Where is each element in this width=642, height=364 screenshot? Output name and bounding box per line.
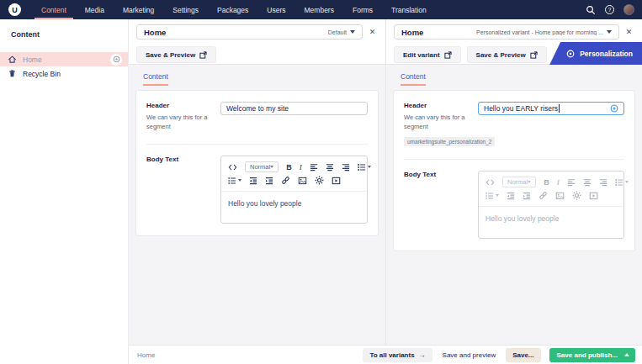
sidebar-item-home[interactable]: Home	[0, 52, 128, 66]
personalization-icon	[566, 50, 575, 58]
left-save-preview-button[interactable]: Save & Preview	[136, 46, 216, 63]
indent-icon[interactable]	[265, 177, 273, 185]
left-panel-body: Content Header We can vary this for a se…	[129, 65, 385, 345]
left-page-title: Home	[144, 28, 166, 37]
personalization-ribbon-label: Personalization	[580, 50, 633, 58]
avatar[interactable]	[623, 4, 634, 15]
format-select[interactable]: Normal	[245, 161, 279, 172]
indent-icon[interactable]	[523, 192, 531, 200]
chevron-down-icon	[607, 30, 612, 34]
left-title-bar[interactable]: Home Default	[136, 24, 363, 40]
italic-icon[interactable]: I	[557, 178, 560, 187]
right-panel-body: Content Header We can vary this for a se…	[386, 65, 642, 345]
save-and-publish-button[interactable]: Save and publish...	[549, 348, 635, 362]
left-rich-text-editor[interactable]: Normal B I	[220, 156, 368, 224]
sidebar-item-label: Home	[23, 55, 42, 64]
nav-item-members[interactable]: Members	[295, 0, 343, 19]
media-embed-icon[interactable]	[332, 177, 341, 185]
bold-icon[interactable]: B	[286, 163, 292, 171]
source-code-icon[interactable]	[228, 163, 237, 171]
italic-icon[interactable]: I	[300, 163, 302, 171]
align-left-icon[interactable]	[310, 163, 318, 171]
personalized-variant-panel: Home Personalized variant - Home page fo…	[386, 19, 642, 345]
right-header-input[interactable]: Hello you EARLY risers	[478, 102, 624, 115]
home-icon	[8, 55, 17, 64]
bullet-list-icon[interactable]	[615, 178, 629, 187]
nav-item-media[interactable]: Media	[76, 0, 114, 19]
link-icon[interactable]	[539, 191, 548, 200]
external-link-icon	[199, 51, 207, 59]
right-body-text-content[interactable]: Hello you lovely people	[479, 206, 623, 238]
align-center-icon[interactable]	[326, 163, 334, 171]
chevron-down-icon	[368, 166, 371, 168]
nav-item-translation[interactable]: Translation	[382, 0, 436, 19]
left-body-text-content[interactable]: Hello you lovely people	[221, 191, 367, 223]
right-header-input-value: Hello you EARLY risers	[484, 104, 558, 113]
gear-icon[interactable]	[315, 176, 324, 185]
right-save-preview-button[interactable]: Save & Preview	[467, 46, 547, 63]
nav-item-marketing[interactable]: Marketing	[114, 0, 163, 19]
external-link-icon	[530, 51, 538, 59]
field-description: We can vary this for a segment	[404, 113, 470, 132]
right-tab-content[interactable]: Content	[401, 72, 426, 86]
edit-variant-button[interactable]: Edit variant	[394, 46, 461, 63]
edit-variant-label: Edit variant	[403, 51, 440, 59]
right-variant-dropdown[interactable]: Personalized variant - Home page for mor…	[476, 29, 612, 35]
chevron-up-icon[interactable]	[624, 353, 629, 356]
outdent-icon[interactable]	[507, 192, 515, 200]
image-icon[interactable]	[555, 192, 565, 200]
align-left-icon[interactable]	[567, 178, 576, 187]
right-title-bar[interactable]: Home Personalized variant - Home page fo…	[394, 24, 619, 40]
right-panel-header: Home Personalized variant - Home page fo…	[386, 19, 642, 65]
umbraco-logo-icon[interactable]: U	[8, 3, 21, 16]
left-close-icon[interactable]: ✕	[367, 24, 378, 40]
right-header-field: Header We can vary this for a segment um…	[404, 102, 624, 147]
right-close-icon[interactable]: ✕	[623, 24, 634, 40]
right-property-card: Header We can vary this for a segment um…	[393, 90, 635, 251]
outdent-icon[interactable]	[249, 177, 257, 185]
source-code-icon[interactable]	[485, 178, 495, 187]
save-and-publish-label: Save and publish...	[557, 351, 618, 359]
right-variant-label: Personalized variant - Home page for mor…	[476, 29, 603, 35]
personalization-ribbon[interactable]: Personalization	[549, 42, 642, 65]
top-nav: U Content Media Marketing Settings Packa…	[0, 0, 642, 19]
align-right-icon[interactable]	[342, 163, 350, 171]
link-icon[interactable]	[281, 176, 290, 185]
left-variant-dropdown[interactable]: Default	[328, 29, 355, 35]
left-header-field: Header We can vary this for a segment We…	[146, 102, 368, 132]
nav-item-content[interactable]: Content	[32, 0, 76, 19]
help-icon[interactable]: ?	[605, 5, 614, 14]
align-right-icon[interactable]	[599, 178, 608, 187]
left-tab-content[interactable]: Content	[143, 72, 168, 86]
personalization-indicator-icon[interactable]	[110, 54, 122, 66]
right-rich-text-editor[interactable]: Normal B I	[478, 171, 624, 239]
align-center-icon[interactable]	[583, 178, 592, 187]
breadcrumb[interactable]: Home	[137, 351, 155, 359]
nav-item-settings[interactable]: Settings	[163, 0, 208, 19]
nav-item-forms[interactable]: Forms	[343, 0, 382, 19]
numbered-list-icon[interactable]	[485, 192, 499, 200]
save-and-preview-button[interactable]: Save and preview	[441, 348, 498, 362]
field-label: Header	[404, 102, 470, 109]
image-icon[interactable]	[298, 177, 307, 185]
arrow-right-icon: →	[419, 351, 426, 359]
left-property-card: Header We can vary this for a segment We…	[135, 90, 379, 236]
sidebar-item-label: Recycle Bin	[23, 70, 61, 78]
right-page-title: Home	[401, 28, 423, 37]
bold-icon[interactable]: B	[544, 178, 549, 187]
search-icon[interactable]	[586, 5, 596, 15]
left-header-input[interactable]: Welcome to my site	[220, 102, 368, 115]
numbered-list-icon[interactable]	[228, 177, 241, 185]
sidebar-heading: Content	[0, 19, 128, 39]
nav-item-users[interactable]: Users	[257, 0, 294, 19]
save-button[interactable]: Save...	[506, 348, 540, 362]
sidebar-item-recycle-bin[interactable]: Recycle Bin	[0, 66, 128, 81]
nav-item-packages[interactable]: Packages	[208, 0, 257, 19]
to-all-variants-button[interactable]: To all variants →	[363, 348, 432, 362]
format-select[interactable]: Normal	[502, 177, 536, 187]
gear-icon[interactable]	[572, 191, 581, 200]
format-select-value: Normal	[250, 163, 270, 171]
media-embed-icon[interactable]	[589, 192, 598, 200]
save-preview-label: Save & Preview	[146, 51, 195, 59]
bullet-list-icon[interactable]	[358, 163, 371, 171]
